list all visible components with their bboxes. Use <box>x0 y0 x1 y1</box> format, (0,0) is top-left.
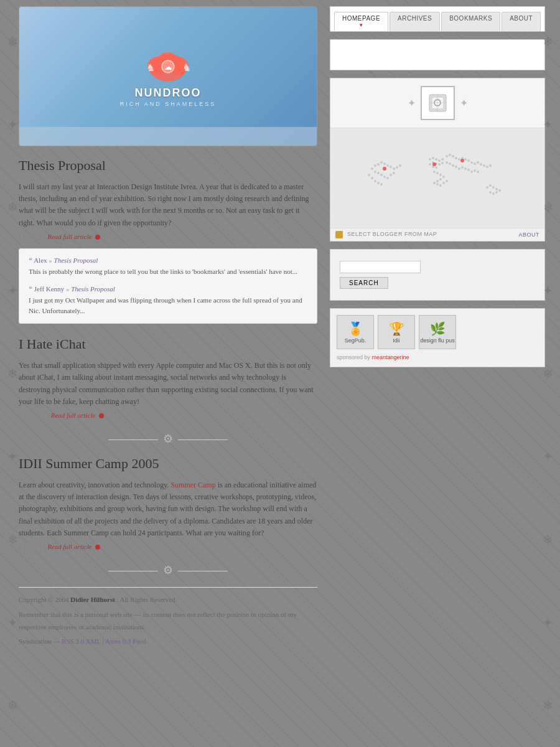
svg-point-57 <box>477 161 479 164</box>
summer-camp-link[interactable]: Summer Camp <box>170 481 215 489</box>
tab-archives[interactable]: ARCHIVES <box>390 12 440 31</box>
svg-point-59 <box>483 164 485 167</box>
svg-point-90 <box>492 192 495 195</box>
svg-point-17 <box>386 164 389 167</box>
svg-point-24 <box>377 172 380 174</box>
sponsor-label-0: SegPub. <box>345 337 366 344</box>
ichat-read-link[interactable]: Read full article <box>51 411 95 419</box>
svg-point-74 <box>436 172 439 174</box>
svg-point-0 <box>149 54 187 82</box>
svg-text:♞: ♞ <box>146 62 155 73</box>
comment-item-1: ❝ Jeff Kenny » Thesis Proposal I just go… <box>29 285 307 316</box>
svg-point-25 <box>380 174 383 176</box>
svg-point-82 <box>442 182 445 184</box>
svg-point-4 <box>162 60 174 73</box>
svg-point-80 <box>436 183 439 186</box>
svg-point-56 <box>474 162 476 165</box>
svg-point-21 <box>399 164 401 167</box>
svg-point-18 <box>390 166 392 168</box>
comment-1-author-link[interactable]: Jeff Kenny <box>34 285 64 293</box>
svg-point-69 <box>467 169 470 171</box>
search-input[interactable] <box>340 261 421 273</box>
svg-point-71 <box>474 169 476 172</box>
svg-text:☁: ☁ <box>164 63 172 72</box>
logo-text: NUNDROO <box>135 87 202 100</box>
svg-point-30 <box>368 174 370 176</box>
map-about-link[interactable]: ABOUT <box>519 232 540 238</box>
map-svg-area <box>330 128 544 228</box>
sponsor-badge-1[interactable]: 🏆 Idii <box>378 315 415 349</box>
svg-point-68 <box>464 167 467 170</box>
map-icon-box <box>421 86 455 120</box>
svg-point-47 <box>446 155 448 157</box>
article-ichat-body: Yes that small application shipped with … <box>19 360 317 408</box>
article-thesis-body: I will start my last year at Interaction… <box>19 181 317 229</box>
svg-point-78 <box>436 180 439 182</box>
footer: Copyright © 2004 Didier Hilhorst . All R… <box>19 587 317 648</box>
thesis-read-link[interactable]: Read full article <box>47 233 91 240</box>
tab-bookmarks[interactable]: BOOKMARKS <box>441 12 500 31</box>
tab-about[interactable]: ABOUT <box>502 12 541 31</box>
svg-point-54 <box>467 159 470 162</box>
svg-point-44 <box>429 163 431 166</box>
map-icon-row: ✦ ✦ <box>330 78 544 128</box>
article-thesis-title: Thesis Proposal <box>19 157 317 174</box>
tab-homepage-arrow: ▼ <box>342 22 380 28</box>
svg-point-35 <box>429 158 431 161</box>
svg-point-92 <box>432 162 436 166</box>
nav-tabs-widget: HOMEPAGE ▼ ARCHIVES BOOKMARKS ABOUT <box>330 6 545 32</box>
svg-point-34 <box>380 183 383 186</box>
article-thesis: Thesis Proposal I will start my last yea… <box>19 157 317 324</box>
svg-point-29 <box>393 172 395 174</box>
svg-point-2 <box>166 57 189 75</box>
logo-svg: ☁ ♞ ♞ <box>140 46 196 87</box>
svg-point-39 <box>441 158 444 161</box>
comment-0-author-link[interactable]: Alex <box>34 256 47 264</box>
article-summer-title: IDII Summer Camp 2005 <box>19 456 317 472</box>
comment-0-post-link[interactable]: Thesis Proposal <box>54 256 98 264</box>
svg-point-20 <box>396 166 398 169</box>
divider-2: ⚙ <box>19 563 317 577</box>
svg-point-33 <box>377 182 380 184</box>
search-button[interactable]: SEARCH <box>340 277 388 289</box>
ichat-red-dot <box>99 413 104 418</box>
summer-read-link[interactable]: Read full article <box>47 543 91 550</box>
svg-point-87 <box>495 188 498 190</box>
svg-point-3 <box>158 52 178 70</box>
svg-point-55 <box>470 161 473 164</box>
svg-point-63 <box>449 162 451 165</box>
sponsor-badge-2[interactable]: 🌿 design flu pus <box>419 315 456 349</box>
svg-point-51 <box>458 158 460 161</box>
svg-point-43 <box>441 162 444 164</box>
comment-item-0: ❝ Alex » Thesis Proposal This is probabl… <box>29 256 307 277</box>
sponsor-badge-0[interactable]: 🏅 SegPub. <box>337 315 374 349</box>
svg-point-1 <box>147 57 170 75</box>
article-ichat-meta: | ❝13❞ | Read full article <box>19 411 317 420</box>
svg-point-85 <box>489 184 492 187</box>
summer-red-dot <box>95 545 100 550</box>
svg-text:♞: ♞ <box>182 62 191 73</box>
search-widget: SEARCH <box>330 249 545 301</box>
article-summer-body: Learn about creativity, innovation and t… <box>19 479 317 539</box>
svg-point-88 <box>498 189 501 192</box>
rss-link[interactable]: RSS 2.0 XML <box>62 637 101 645</box>
ichat-comment-count: ❝13❞ <box>27 411 43 419</box>
svg-point-77 <box>439 178 442 181</box>
svg-point-49 <box>452 155 454 157</box>
svg-point-91 <box>489 191 492 194</box>
logo-banner[interactable]: ☁ ♞ ♞ NUNDROO RICH AND SHAMELESS <box>19 6 317 146</box>
atom-link[interactable]: Atom 0.3 Feed <box>105 637 146 645</box>
svg-point-60 <box>486 166 488 168</box>
sponsor-link[interactable]: meantangerine <box>372 354 409 360</box>
tab-homepage[interactable]: HOMEPAGE ▼ <box>334 12 388 31</box>
comment-text-1: I just got my Oct Wallpaper and was flip… <box>29 295 307 316</box>
nav-tabs: HOMEPAGE ▼ ARCHIVES BOOKMARKS ABOUT <box>334 12 541 31</box>
svg-point-75 <box>439 174 442 176</box>
comment-1-post-link[interactable]: Thesis Proposal <box>71 285 115 293</box>
sponsor-badges: 🏅 SegPub. 🏆 Idii 🌿 design flu pus <box>337 315 538 349</box>
svg-point-22 <box>371 167 373 170</box>
svg-point-62 <box>446 161 448 164</box>
svg-point-32 <box>374 180 376 182</box>
right-column: HOMEPAGE ▼ ARCHIVES BOOKMARKS ABOUT ✦ <box>330 6 545 648</box>
divider-1: ⚙ <box>19 432 317 446</box>
